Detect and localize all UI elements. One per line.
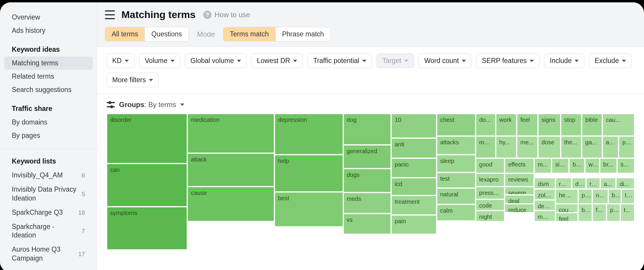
tab-questions[interactable]: Questions — [145, 27, 188, 41]
tab-all-terms[interactable]: All terms — [105, 27, 145, 41]
treemap-cell[interactable]: depression — [274, 114, 343, 155]
treemap-cell[interactable]: pro... — [619, 136, 635, 159]
filter-serp-features[interactable]: SERP features — [476, 54, 539, 68]
treemap-cell[interactable]: w... — [585, 158, 600, 173]
treemap-cell[interactable]: disorder — [107, 114, 187, 164]
treemap-cell[interactable]: the... — [561, 136, 582, 159]
treemap-cell[interactable]: p... — [578, 189, 592, 204]
treemap-cell[interactable]: re... — [555, 178, 572, 189]
treemap-cell[interactable]: m... — [534, 158, 552, 173]
treemap-cell[interactable]: feel — [517, 114, 538, 136]
treemap-cell[interactable]: night — [476, 211, 505, 222]
treemap-cell[interactable]: b... — [578, 204, 592, 222]
treemap-cell[interactable]: f... — [592, 204, 606, 222]
treemap-cell[interactable]: natural — [437, 188, 476, 204]
treemap-cell[interactable]: dosa... — [476, 114, 496, 136]
treemap-cell[interactable]: chest — [437, 114, 476, 136]
treemap-cell[interactable]: bible — [582, 114, 602, 136]
treemap-cell[interactable]: lexapro — [476, 173, 505, 187]
treemap-cell[interactable]: health — [555, 189, 578, 204]
treemap-cell[interactable]: help — [274, 155, 343, 192]
treemap-cell[interactable]: calm — [437, 204, 476, 221]
treemap-cell[interactable]: mag... — [534, 211, 555, 222]
treemap-cell[interactable]: severe — [505, 187, 534, 195]
sidebar-item-related-terms[interactable]: Related terms — [0, 70, 97, 83]
treemap-cell[interactable]: signs — [538, 114, 561, 136]
treemap-cell[interactable]: cause — [187, 187, 274, 222]
filter-lowest-dr[interactable]: Lowest DR — [251, 54, 303, 68]
treemap-cell[interactable]: di... — [616, 178, 635, 189]
treemap-cell[interactable]: dsm — [534, 178, 555, 189]
treemap-cell[interactable]: reduce — [505, 204, 534, 213]
treemap-cell[interactable]: dogs — [343, 169, 391, 193]
treemap-cell[interactable]: pain — [391, 215, 437, 235]
keyword-list-item[interactable]: Sparkcharge - Ideation 7 — [0, 220, 97, 243]
treemap-cell[interactable]: feel — [555, 213, 578, 222]
treemap-cell[interactable]: me... — [476, 136, 496, 159]
treemap-cell[interactable]: cou... — [555, 204, 578, 213]
filter-include[interactable]: Include — [544, 54, 584, 68]
treemap-cell[interactable]: generalized — [343, 145, 391, 169]
treemap-cell[interactable]: b... — [608, 189, 622, 204]
sidebar-item-search-suggestions[interactable]: Search suggestions — [0, 83, 97, 96]
treemap-cell[interactable]: zoloft — [534, 189, 555, 200]
keyword-list-item[interactable]: Auros Home Q3 Campaign 17 — [0, 242, 97, 266]
treemap-cell[interactable]: icd — [391, 178, 437, 195]
treemap-cell[interactable]: code — [476, 199, 505, 211]
how-to-use-link[interactable]: ? How to use — [203, 11, 250, 19]
treemap-cell[interactable]: medication — [187, 114, 274, 153]
treemap-cell[interactable]: attacks — [437, 136, 476, 155]
treemap-cell[interactable]: adhd — [602, 136, 619, 159]
treemap-cell[interactable]: treatment — [391, 195, 437, 215]
treemap-cell[interactable]: bl... — [569, 158, 585, 173]
treemap-cell[interactable]: ga... — [582, 136, 602, 159]
treemap-cell[interactable]: side — [552, 158, 569, 173]
treemap-cell[interactable]: stop — [561, 114, 582, 136]
treemap-cell[interactable]: dose — [538, 136, 561, 159]
treemap-cell[interactable]: effects — [505, 158, 534, 173]
sidebar-item-ads-history[interactable]: Ads history — [0, 24, 97, 37]
treemap-cell[interactable]: pressure — [476, 187, 505, 199]
treemap-cell[interactable]: meds — [343, 193, 391, 214]
treemap-cell[interactable]: tr... — [621, 189, 635, 204]
menu-icon[interactable] — [105, 10, 115, 19]
tab-terms-match[interactable]: Terms match — [223, 27, 276, 41]
treemap-cell[interactable]: work — [496, 114, 517, 136]
keyword-list-item[interactable]: Invisibly_Q4_AM 6 — [0, 168, 97, 182]
sidebar-item-matching-terms[interactable]: Matching terms — [4, 56, 93, 70]
treemap-cell[interactable]: attack — [187, 153, 274, 187]
sidebar-item-by-pages[interactable]: By pages — [0, 129, 97, 142]
treemap-cell[interactable]: can — [107, 164, 187, 207]
treemap-cell[interactable]: vs — [343, 214, 391, 235]
treemap-cell[interactable]: hy... — [496, 136, 517, 159]
treemap-cell[interactable]: panic — [391, 158, 437, 178]
filter-kd[interactable]: KD — [107, 54, 134, 68]
treemap-cell[interactable]: cau... — [602, 114, 635, 136]
keyword-list-item[interactable]: Invisibly Data Privacy Ideation 5 — [0, 182, 97, 206]
sidebar-item-by-domains[interactable]: By domains — [0, 116, 97, 129]
treemap-cell[interactable]: defi... — [534, 200, 555, 210]
treemap-cell[interactable]: di... — [572, 178, 586, 189]
treemap-cell[interactable]: best — [274, 192, 343, 227]
filter-volume[interactable]: Volume — [139, 54, 180, 68]
treemap-cell[interactable]: test — [437, 172, 476, 188]
treemap-cell[interactable]: ocd — [592, 189, 608, 204]
treemap-cell[interactable]: re... — [586, 178, 600, 189]
filter-target[interactable]: Target — [377, 54, 414, 68]
treemap-cell[interactable]: dog — [343, 114, 391, 145]
treemap-cell[interactable]: anti — [391, 138, 437, 158]
treemap-cell[interactable]: s... — [617, 158, 635, 173]
treemap-cell[interactable]: me... — [517, 136, 538, 159]
filter-exclude[interactable]: Exclude — [589, 54, 632, 68]
treemap-cell[interactable]: good — [476, 158, 505, 173]
filter-traffic-potential[interactable]: Traffic potential — [308, 54, 372, 68]
treemap-cell[interactable]: sleep — [437, 155, 476, 172]
tab-phrase-match[interactable]: Phrase match — [276, 27, 331, 41]
sidebar-item-overview[interactable]: Overview — [0, 11, 97, 24]
filter-more-filters[interactable]: More filters — [107, 73, 159, 87]
treemap-cell[interactable]: a... — [600, 178, 616, 189]
treemap-cell[interactable]: 10 — [391, 114, 437, 138]
treemap-cell[interactable]: t... — [620, 204, 635, 222]
treemap-cell[interactable]: reviews — [505, 173, 534, 187]
groups-header[interactable]: Groups: By terms — [107, 101, 635, 109]
